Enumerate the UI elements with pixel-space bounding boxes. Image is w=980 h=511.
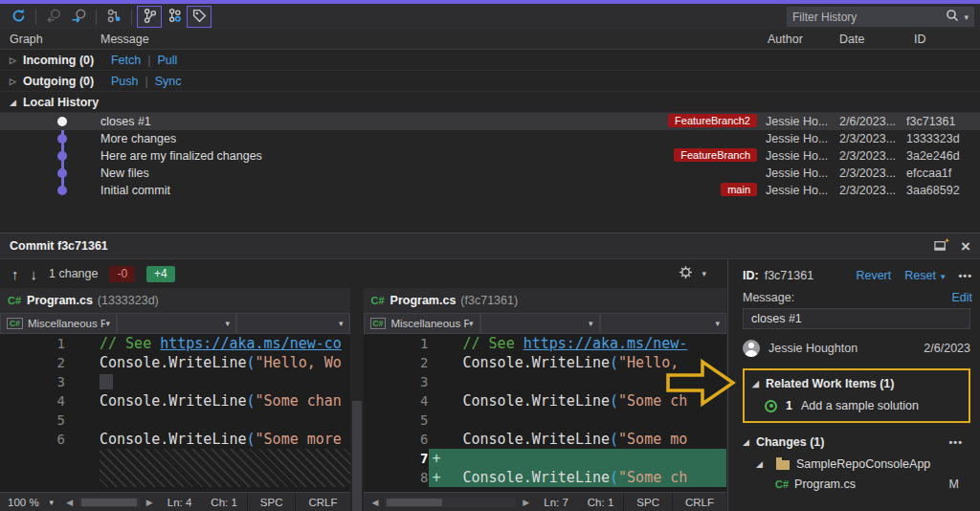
show-commit-graph-button[interactable] [137,6,162,28]
commit-row[interactable]: New files Jessie Ho... 2/3/2023... efcca… [0,165,980,182]
diff-settings-button[interactable]: ▾ [679,265,706,282]
undo-history-button[interactable] [41,6,66,28]
filter-placeholder-text: Filter History [792,11,946,24]
gear-caret-icon: ▾ [702,269,706,278]
project-dropdown[interactable]: C# Miscellaneous Fil ▾ [0,313,117,334]
close-icon[interactable]: × [961,238,970,255]
sync-link[interactable]: Sync [155,75,182,88]
float-window-icon[interactable] [934,238,949,255]
commit-date: 2/6/2023 [924,342,970,355]
changes-summary: 1 change [49,267,98,280]
commit-pane-header: Commit f3c71361 × [0,233,980,259]
scrollbar-thumb[interactable] [387,499,442,506]
scroll-left-icon[interactable]: ◀ [61,498,78,507]
code-line: 1// See https://aka.ms/new-co [0,334,350,353]
type-dropdown[interactable]: ▾ [480,313,600,334]
branch-tag[interactable]: FeatureBranch [674,148,757,162]
column-header-date[interactable]: Date [839,33,864,46]
expander-expanded-icon[interactable]: ◢ [756,459,763,469]
filter-history-input[interactable]: Filter History ▾ [787,7,974,27]
commit-id: efccaa1f [906,167,951,180]
commit-row[interactable]: closes #1 FeatureBranch2 Jessie Ho... 2/… [0,113,980,130]
column-header-message[interactable]: Message [100,33,149,46]
zoom-caret-icon: ▾ [50,498,55,507]
undo-history-icon [46,8,62,27]
commit-message-field[interactable]: closes #1 [743,308,970,329]
refresh-button[interactable] [6,6,31,28]
expander-collapsed-icon[interactable]: ▷ [10,77,16,86]
pull-link[interactable]: Pull [157,54,177,67]
project-dropdown[interactable]: C# Miscellaneous Fil ▾ [364,313,480,334]
dropdown-caret-icon: ▾ [589,319,593,328]
commit-row[interactable]: Initial commit main Jessie Ho... 2/3/202… [0,182,980,199]
commit-row[interactable]: More changes Jessie Ho... 2/3/2023... 13… [0,130,980,147]
file-status-modified: M [949,478,959,491]
line-ending-indicator[interactable]: CRLF [672,493,726,511]
scroll-right-icon[interactable]: ▶ [142,498,158,507]
line-ending-indicator[interactable]: CRLF [295,493,349,511]
code-editor-after[interactable]: 1// See https://aka.ms/new-2Console.Writ… [364,334,727,487]
changed-file-row[interactable]: C# Program.cs M [743,476,972,491]
search-icon[interactable] [946,9,959,25]
column-header-id[interactable]: ID [914,33,926,46]
code-line: 5 [0,411,350,430]
changes-section-header[interactable]: ◢ Changes (1) ••• [743,431,972,455]
column-indicator: Ch: 1 [578,497,624,508]
commit-graph-dot-icon [57,117,67,126]
column-header-author[interactable]: Author [768,33,803,46]
commit-id: 1333323d [906,132,960,145]
redo-history-button[interactable] [66,6,91,28]
related-work-items-header[interactable]: ◢ Related Work Items (1) [752,377,961,390]
expander-expanded-icon[interactable]: ◢ [752,379,759,389]
spaces-indicator[interactable]: SPC [247,493,296,511]
line-number: 5 [364,411,429,430]
scrollbar-thumb[interactable] [81,499,137,506]
redo-history-icon [71,8,87,27]
zoom-control[interactable]: 100 % ▾ [0,497,61,508]
fetch-link[interactable]: Fetch [111,54,141,67]
next-change-icon[interactable]: ↓ [31,266,38,282]
horizontal-scrollbar[interactable] [79,498,140,507]
revert-link[interactable]: Revert [856,269,891,282]
previous-change-icon[interactable]: ↑ [11,266,19,282]
more-actions-icon[interactable]: ••• [958,270,972,281]
outgoing-row[interactable]: ▷ Outgoing (0) Push | Sync [0,71,980,92]
edit-message-link[interactable]: Edit [951,291,972,304]
work-item-row[interactable]: 1 Add a sample solution [752,390,961,412]
reset-link[interactable]: Reset▾ [904,269,945,282]
push-link[interactable]: Push [111,75,139,88]
scroll-right-icon[interactable]: ▶ [518,498,534,507]
diff-change-marker [100,374,113,389]
local-history-row[interactable]: ◢ Local History [0,92,980,113]
member-dropdown[interactable]: ▾ [600,313,727,334]
code-editor-before[interactable]: 1// See https://aka.ms/new-co2Console.Wr… [0,334,350,487]
code-line: 4Console.WriteLine("Some ch [364,391,727,411]
scroll-left-icon[interactable]: ◀ [368,498,384,507]
filter-options-caret-icon[interactable]: ▾ [964,12,969,22]
code-line: 6Console.WriteLine("Some more [0,430,350,449]
incoming-row[interactable]: ▷ Incoming (0) Fetch | Pull [0,50,980,71]
branch-tag[interactable]: main [721,183,757,196]
commit-date: 2/3/2023... [839,132,896,145]
spaces-indicator[interactable]: SPC [623,493,672,511]
vertical-scrollbar[interactable] [350,288,364,511]
missing-lines-hatch [100,449,350,487]
commit-row[interactable]: Here are my finalized changes FeatureBra… [0,147,980,165]
member-dropdown[interactable]: ▾ [236,313,350,334]
type-dropdown[interactable]: ▾ [117,313,236,334]
show-remote-graph-button[interactable] [162,6,187,28]
code-line: 1// See https://aka.ms/new- [364,334,727,353]
show-tags-button[interactable] [187,6,212,28]
column-header-graph[interactable]: Graph [10,33,43,46]
expander-expanded-icon[interactable]: ◢ [10,98,16,107]
compare-branches-button[interactable] [101,6,126,28]
scrollbar-thumb[interactable] [352,401,362,511]
branch-tag[interactable]: FeatureBranch2 [668,114,757,127]
editor-status-bar-before: 100 % ▾ ◀ ▶ Ln: 4 Ch: 1 SPC CRLF [0,492,350,511]
expander-expanded-icon[interactable]: ◢ [743,437,749,447]
horizontal-scrollbar[interactable] [385,498,516,507]
expander-collapsed-icon[interactable]: ▷ [10,56,16,65]
code-navigation-bar: C# Miscellaneous Fil ▾ ▾ ▾ [364,313,727,334]
changes-folder-row[interactable]: ◢ SampleRepoConsoleApp [743,455,972,476]
changes-more-actions-icon[interactable]: ••• [948,436,963,448]
